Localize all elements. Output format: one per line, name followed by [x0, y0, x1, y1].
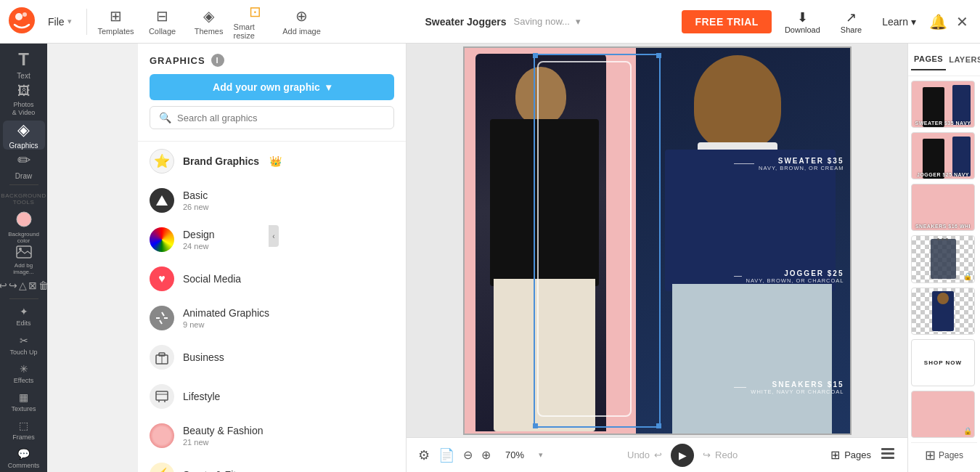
smart-resize-icon: ⊡: [249, 3, 261, 20]
page-thumb-3[interactable]: SNEAKERS $16 WHI: [911, 184, 975, 231]
comments-btn[interactable]: 💬 Comments: [3, 445, 45, 472]
collage-icon: ⊟: [156, 7, 168, 25]
frames-btn[interactable]: ⬚ Frames: [3, 417, 45, 444]
effects-btn[interactable]: ✳ Effects: [3, 360, 45, 387]
beauty-fashion-item[interactable]: Beauty & Fashion 21 new: [138, 416, 406, 455]
zoom-in-button[interactable]: ⊕: [481, 448, 491, 462]
download-button[interactable]: ⬇ Download: [777, 5, 828, 38]
saving-chevron: ▾: [576, 16, 581, 27]
collage-tool[interactable]: ⊟ Collage: [141, 3, 184, 41]
zoom-level[interactable]: 70%: [499, 447, 530, 463]
learn-button[interactable]: Learn ▾: [875, 12, 923, 32]
text-label: Text: [17, 72, 30, 80]
social-media-item[interactable]: ♥ Social Media: [138, 259, 406, 298]
undo-icon[interactable]: ↩: [0, 280, 7, 291]
sneakers-color-label: WHITE, NAVY OR CHARCOAL: [751, 388, 844, 395]
shop-now-label: SHOP NOW: [924, 359, 962, 366]
search-icon: 🔍: [159, 112, 171, 123]
sidebar-header: GRAPHICS i Add your own graphic ▾ 🔍: [138, 44, 406, 142]
svg-point-2: [23, 12, 27, 17]
lifestyle-text: Lifestyle: [183, 391, 220, 402]
basic-text: Basic 26 new: [183, 190, 208, 211]
remove-bg-icon[interactable]: ⊠: [28, 280, 37, 291]
brand-graphics-item[interactable]: ⭐ Brand Graphics 👑: [138, 142, 406, 181]
info-icon[interactable]: i: [211, 54, 224, 67]
pages-button[interactable]: ⊞ Pages: [830, 448, 871, 462]
animated-graphics-item[interactable]: Animated Graphics 9 new: [138, 298, 406, 338]
notifications-bell-icon[interactable]: 🔔: [929, 13, 947, 30]
undo-button[interactable]: Undo ↩: [627, 449, 662, 460]
touch-up-btn[interactable]: ✂ Touch Up: [3, 332, 45, 359]
canvas-area: SWEATER $35 NAVY, BROWN, OR CREAM JOGGER…: [407, 44, 907, 472]
touch-up-icon: ✂: [20, 335, 28, 346]
page-thumb-4[interactable]: 🔒: [911, 235, 975, 282]
zoom-out-button[interactable]: ⊖: [463, 448, 473, 462]
canvas-wrap[interactable]: SWEATER $35 NAVY, BROWN, OR CREAM JOGGER…: [407, 44, 907, 437]
svg-point-1: [15, 13, 23, 20]
page-thumb-5[interactable]: [911, 288, 975, 335]
file-menu[interactable]: File ▾: [41, 12, 79, 32]
redo-button[interactable]: ↪ Redo: [703, 449, 738, 460]
canvas-container[interactable]: SWEATER $35 NAVY, BROWN, OR CREAM JOGGER…: [463, 46, 852, 435]
graphics-tool-btn[interactable]: ◈ Graphics: [3, 121, 45, 150]
logo[interactable]: [9, 7, 35, 36]
basic-item[interactable]: Basic 26 new: [138, 181, 406, 220]
add-page-plus-icon: ⊞: [925, 447, 936, 463]
topbar-right: FREE TRIAL ⬇ Download ↗ Share Learn ▾ 🔔 …: [682, 5, 971, 38]
design-icon: [150, 227, 174, 252]
canvas-page-icon[interactable]: 📄: [438, 447, 454, 463]
triangle-icon[interactable]: △: [19, 280, 27, 291]
edits-btn[interactable]: ✦ Edits: [3, 303, 45, 330]
add-page-button[interactable]: ⊞ Pages: [911, 442, 977, 468]
sports-fitness-item[interactable]: ⚡ Sports & Fitness: [138, 455, 406, 472]
frames-icon: ⬚: [19, 420, 28, 431]
bg-tools-section: BACKGROUNDTOOLS: [0, 190, 47, 210]
brand-graphics-icon: ⭐: [150, 149, 174, 174]
canvas-settings-icon[interactable]: ⚙: [418, 447, 430, 463]
play-button[interactable]: ▶: [671, 444, 694, 467]
zoom-chevron-icon[interactable]: ▾: [539, 450, 543, 460]
themes-tool[interactable]: ◈ Themes: [187, 3, 231, 41]
free-trial-button[interactable]: FREE TRIAL: [682, 10, 771, 33]
page-thumb-4-dots: [937, 238, 949, 248]
close-button[interactable]: ✕: [953, 10, 971, 33]
page-thumb-1[interactable]: SWEATER $35 NAVY: [911, 81, 975, 128]
search-input[interactable]: [177, 113, 385, 123]
add-image-tool[interactable]: ⊕ Add image: [280, 3, 324, 41]
textures-btn[interactable]: ▦ Textures: [3, 388, 45, 415]
redo-arrow-icon: ↪: [703, 449, 711, 460]
beauty-fashion-text: Beauty & Fashion 21 new: [183, 425, 264, 447]
layers-tab[interactable]: LAYERS: [946, 49, 980, 70]
smart-resize-tool[interactable]: ⊡ Smart resize: [234, 3, 277, 41]
textures-label: Textures: [11, 405, 36, 412]
draw-tool-btn[interactable]: ✏ Draw: [3, 151, 45, 180]
add-page-icon: ⊞: [830, 448, 840, 462]
right-person-image: [636, 48, 850, 435]
bg-color-btn[interactable]: Backgroundcolor: [3, 211, 45, 244]
page-thumb-2[interactable]: JOGGER $25 NAVY: [911, 132, 975, 179]
graphics-label: Graphics: [9, 142, 38, 150]
page-thumb-6[interactable]: SHOP NOW: [911, 339, 975, 386]
add-bg-image-btn[interactable]: Add bgimage...: [3, 245, 45, 275]
redo-icon[interactable]: ↪: [9, 280, 17, 291]
pages-tab[interactable]: PAGES: [911, 49, 946, 70]
layers-button[interactable]: [880, 447, 896, 463]
photos-video-tool-btn[interactable]: 🖼 Photos& Video: [3, 81, 45, 119]
add-graphic-button[interactable]: Add your own graphic ▾: [150, 74, 394, 100]
touch-up-label: Touch Up: [9, 349, 37, 356]
lifestyle-item[interactable]: Lifestyle: [138, 377, 406, 416]
svg-line-10: [160, 320, 162, 324]
share-button[interactable]: ↗ Share: [833, 5, 869, 38]
add-bg-image-label: Add bgimage...: [13, 262, 33, 275]
sidebar-category-list: ⭐ Brand Graphics 👑 Basic 26 new: [138, 142, 406, 472]
text-tool-btn[interactable]: T Text: [3, 49, 45, 80]
add-graphic-chevron-icon: ▾: [326, 81, 331, 93]
business-item[interactable]: Business: [138, 338, 406, 377]
left-separator-2: [9, 298, 38, 299]
sweater-color-label: NAVY, BROWN, OR CREAM: [759, 165, 844, 171]
sidebar-collapse-button[interactable]: ‹: [269, 225, 279, 247]
trash-icon[interactable]: 🗑: [38, 280, 49, 291]
templates-tool[interactable]: ⊞ Templates: [94, 3, 138, 41]
page-thumb-2-label: JOGGER $25 NAVY: [913, 172, 973, 177]
page-thumb-7-add[interactable]: 🔒: [911, 391, 975, 438]
